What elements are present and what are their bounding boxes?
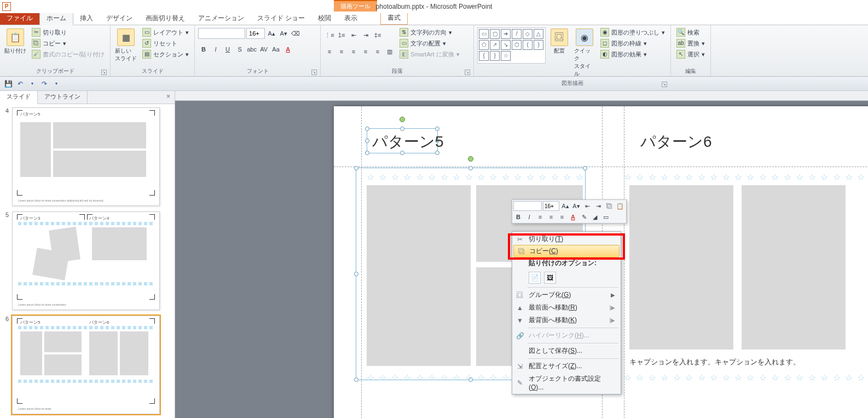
dialog-launcher-icon[interactable]: ↘ xyxy=(101,70,107,75)
underline-button[interactable]: U xyxy=(222,44,233,55)
thumbnail-item[interactable]: 6 パターン5 パターン6 Lorem ipsum dolor sit amet… xyxy=(1,316,171,414)
mini-grow-font[interactable]: A▴ xyxy=(560,201,570,211)
tab-home[interactable]: ホーム xyxy=(39,12,73,25)
mini-paste-icon[interactable]: 📋 xyxy=(615,201,625,211)
mini-highlight[interactable]: ✎ xyxy=(579,212,589,222)
quick-styles-button[interactable]: ◉クイック スタイル xyxy=(573,27,596,79)
mini-toolbar[interactable]: A▴ A▾ ⇤ ⇥ ⿻ 📋 B I ≡ ≡ ≡ A ✎ ◢ ▭ xyxy=(512,199,627,224)
font-name-input[interactable] xyxy=(198,28,245,39)
paste-button[interactable]: 📋 貼り付け xyxy=(3,27,27,56)
layout-button[interactable]: ▭レイアウト▾ xyxy=(140,27,191,37)
change-case-button[interactable]: Aa xyxy=(270,44,281,55)
mini-increase-indent[interactable]: ⇥ xyxy=(593,201,603,211)
slide-editor[interactable]: パターン5 パターン6 ☆ ☆ ☆ ☆ ☆ ☆ ☆ ☆ ☆ ☆ ☆ ☆ ☆ ☆ … xyxy=(175,91,868,418)
shrink-font-button[interactable]: A▾ xyxy=(278,28,289,39)
tab-format[interactable]: 書式 xyxy=(380,12,408,25)
shapes-gallery[interactable]: ▭▢➔/◇ △⬠↗↘⬡ (){}☆ xyxy=(477,27,546,64)
font-size-input[interactable] xyxy=(246,28,265,39)
thumbnail-item[interactable]: 5 パターン3 パターン4 Lorem ipsum dolor sit amet… xyxy=(1,211,171,310)
redo-button[interactable]: ↷ xyxy=(39,79,49,89)
placeholder-image[interactable] xyxy=(367,185,471,366)
line-spacing-button[interactable]: ‡≡ xyxy=(372,30,383,41)
reset-button[interactable]: ↺リセット xyxy=(140,38,191,48)
dialog-launcher-icon[interactable]: ↘ xyxy=(465,70,470,75)
placeholder-image[interactable] xyxy=(629,185,733,350)
align-center-button[interactable]: ≡ xyxy=(336,46,347,57)
mini-fill[interactable]: ◢ xyxy=(590,212,600,222)
shadow-button[interactable]: S xyxy=(234,44,245,55)
slide-title-2[interactable]: パターン6 xyxy=(640,131,712,152)
tab-insert[interactable]: 挿入 xyxy=(73,12,100,25)
increase-indent-button[interactable]: ⇥ xyxy=(360,30,371,41)
copy-button[interactable]: ⿻コピー▾ xyxy=(30,38,107,48)
ctx-cut[interactable]: ✂切り取り(T) xyxy=(512,233,621,245)
bullets-button[interactable]: ⋮≡ xyxy=(324,30,335,41)
ctx-save-as-picture[interactable]: 図として保存(S)... xyxy=(512,345,621,357)
numbering-button[interactable]: 1≡ xyxy=(336,30,347,41)
tab-outline-pane[interactable]: アウトライン xyxy=(38,91,88,104)
replace-button[interactable]: ab置換▾ xyxy=(674,38,707,48)
mini-outline[interactable]: ▭ xyxy=(601,212,611,222)
ctx-group[interactable]: ⿴グループ化(G)▶ xyxy=(512,289,621,301)
placeholder-image[interactable] xyxy=(742,185,846,350)
mini-align-left[interactable]: ≡ xyxy=(535,212,545,222)
shape-outline-button[interactable]: ◻図形の枠線▾ xyxy=(598,38,667,48)
ctx-size-position[interactable]: ⇲配置とサイズ(Z)... xyxy=(512,360,621,373)
undo-dropdown[interactable]: ▾ xyxy=(27,79,37,89)
cut-button[interactable]: ✂切り取り xyxy=(30,27,107,37)
align-text-button[interactable]: ▭文字の配置▾ xyxy=(397,38,461,48)
mini-shrink-font[interactable]: A▾ xyxy=(571,201,581,211)
mini-align-right[interactable]: ≡ xyxy=(557,212,567,222)
convert-smartart-button[interactable]: ◧SmartArt に変換▾ xyxy=(397,49,461,59)
ctx-bring-front[interactable]: ▲最前面へ移動(R)|▶ xyxy=(512,301,621,314)
dialog-launcher-icon[interactable]: ↘ xyxy=(311,70,317,75)
tab-design[interactable]: デザイン xyxy=(100,12,139,25)
slide-thumbnail[interactable]: パターン5 Lorem ipsum dolor sit amet consect… xyxy=(12,107,160,206)
format-painter-button[interactable]: 🖌書式のコピー/貼り付け xyxy=(30,49,107,59)
tab-transitions[interactable]: 画面切り替え xyxy=(139,12,192,25)
font-color-button[interactable]: A xyxy=(282,44,293,55)
slide-thumbnail[interactable]: パターン3 パターン4 Lorem ipsum dolor sit amet c… xyxy=(12,211,160,310)
mini-font-size[interactable] xyxy=(543,201,559,211)
text-direction-button[interactable]: ⇅文字列の方向▾ xyxy=(397,27,461,37)
find-button[interactable]: 🔍検索 xyxy=(674,27,707,37)
mini-italic[interactable]: I xyxy=(524,212,534,222)
justify-button[interactable]: ≡ xyxy=(360,46,371,57)
ctx-send-back[interactable]: ▼最背面へ移動(K)|▶ xyxy=(512,314,621,327)
mini-decrease-indent[interactable]: ⇤ xyxy=(582,201,592,211)
shape-effects-button[interactable]: ◐図形の効果▾ xyxy=(598,49,667,59)
undo-button[interactable]: ↶ xyxy=(15,79,25,89)
dialog-launcher-icon[interactable]: ↘ xyxy=(662,82,667,87)
close-pane-button[interactable]: × xyxy=(162,91,175,104)
strikethrough-button[interactable]: abc xyxy=(246,44,257,55)
clear-formatting-button[interactable]: ⌫ xyxy=(290,28,301,39)
thumbnail-item[interactable]: 4 パターン5 Lorem ipsum dolor sit amet conse… xyxy=(1,107,171,206)
columns-button[interactable]: ▥ xyxy=(384,46,395,57)
caption-text[interactable]: キャプションを入れます。キャプションを入れます。 xyxy=(629,357,800,367)
section-button[interactable]: ▤セクション▾ xyxy=(140,49,191,59)
slide-thumbnail-selected[interactable]: パターン5 パターン6 Lorem ipsum dolor sit amet. xyxy=(12,316,160,414)
new-slide-button[interactable]: ▦ 新しい スライド xyxy=(114,27,138,64)
paste-option-1[interactable]: 📄 xyxy=(529,272,541,284)
mini-font-name[interactable] xyxy=(513,201,542,211)
paste-option-2[interactable]: 🖼 xyxy=(544,272,556,284)
select-button[interactable]: ↖選択▾ xyxy=(674,49,707,59)
char-spacing-button[interactable]: AV xyxy=(258,44,269,55)
mini-font-color[interactable]: A xyxy=(568,212,578,222)
tab-animations[interactable]: アニメーション xyxy=(192,12,251,25)
ctx-format-object[interactable]: ✎オブジェクトの書式設定(O)... xyxy=(512,373,621,393)
tab-slideshow[interactable]: スライド ショー xyxy=(251,12,311,25)
tab-slides-pane[interactable]: スライド xyxy=(0,91,38,104)
tab-file[interactable]: ファイル xyxy=(0,12,39,25)
slide-title-1[interactable]: パターン5 xyxy=(372,131,444,152)
thumbnails-list[interactable]: 4 パターン5 Lorem ipsum dolor sit amet conse… xyxy=(0,104,175,418)
tab-review[interactable]: 校閲 xyxy=(311,12,338,25)
shape-fill-button[interactable]: ◉図形の塗りつぶし▾ xyxy=(598,27,667,37)
save-button[interactable]: 💾 xyxy=(3,79,13,89)
tab-view[interactable]: 表示 xyxy=(338,12,364,25)
mini-bold[interactable]: B xyxy=(513,212,523,222)
decrease-indent-button[interactable]: ⇤ xyxy=(348,30,359,41)
distributed-button[interactable]: ≡ xyxy=(372,46,383,57)
mini-copy-icon[interactable]: ⿻ xyxy=(604,201,614,211)
arrange-button[interactable]: ⿴配置 xyxy=(548,27,571,56)
